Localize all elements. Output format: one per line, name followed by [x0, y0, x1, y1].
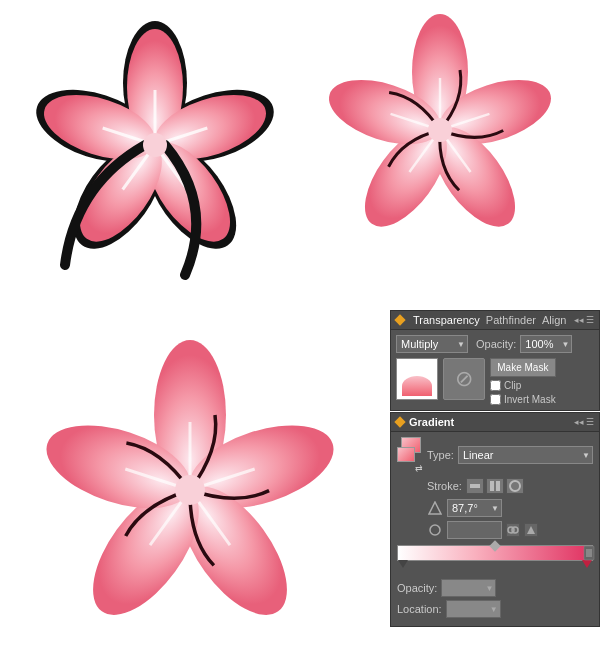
tab-transparency[interactable]: Transparency: [413, 314, 480, 326]
blend-mode-select-wrapper: Multiply: [396, 335, 468, 353]
blend-mode-select[interactable]: Multiply: [396, 335, 468, 353]
swatch-swap-arrows[interactable]: ⇄: [415, 463, 423, 473]
gradient-opacity-input[interactable]: [441, 579, 496, 597]
aspect-icon-box[interactable]: [524, 523, 538, 537]
svg-point-15: [143, 133, 167, 157]
gradient-panel: Gradient ◂◂ ☰ ⇄ Type: Linear: [390, 412, 600, 627]
gradient-stroke-row: Stroke:: [427, 478, 593, 494]
tab-align[interactable]: Align: [542, 314, 566, 326]
svg-marker-42: [429, 502, 441, 514]
gradient-opacity-input-wrapper: [441, 579, 496, 597]
svg-rect-39: [490, 481, 494, 491]
clip-label: Clip: [504, 380, 521, 391]
aspect-input[interactable]: [447, 521, 502, 539]
gradient-location-input-wrapper: [446, 600, 501, 618]
invert-mask-checkbox[interactable]: [490, 394, 501, 405]
stroke-label: Stroke:: [427, 480, 462, 492]
no-mask-symbol: ⊘: [443, 358, 485, 400]
gradient-aspect-row: [427, 521, 593, 539]
gradient-angle-row: [427, 499, 593, 517]
collapse-left-arrow[interactable]: ◂◂: [574, 315, 584, 325]
stroke-icon-3[interactable]: [506, 478, 524, 494]
svg-point-41: [510, 481, 520, 491]
link-icon-box[interactable]: [506, 523, 520, 537]
gradient-opacity-label: Opacity:: [397, 582, 437, 594]
svg-point-43: [430, 525, 440, 535]
gradient-opacity-row: Opacity:: [397, 579, 593, 597]
gradient-panel-title: Gradient: [409, 416, 454, 428]
panel-collapse-arrows[interactable]: ◂◂ ☰: [574, 315, 594, 325]
gradient-type-select[interactable]: Linear: [458, 446, 593, 464]
mask-row: ⊘ Make Mask Clip Invert Mask: [396, 358, 594, 405]
invert-mask-checkbox-row: Invert Mask: [490, 394, 556, 405]
transparency-panel-body: Multiply Opacity: ⊘ Make Mask: [391, 330, 599, 410]
stroke-icons-group: [466, 478, 524, 494]
opacity-input[interactable]: [520, 335, 572, 353]
blend-opacity-row: Multiply Opacity:: [396, 335, 594, 353]
svg-point-37: [175, 475, 205, 505]
type-label: Type:: [427, 449, 454, 461]
tab-pathfinder[interactable]: Pathfinder: [486, 314, 536, 326]
gradient-location-row: Location:: [397, 600, 593, 618]
angle-input-wrapper: [447, 499, 502, 517]
aspect-circle-icon: [427, 522, 443, 538]
svg-marker-46: [527, 526, 535, 534]
svg-point-45: [512, 527, 518, 533]
stroke-icon-1[interactable]: [466, 478, 484, 494]
transparency-panel: Transparency Pathfinder Align ◂◂ ☰ Multi…: [390, 310, 600, 411]
stroke-icon-2[interactable]: [486, 478, 504, 494]
gradient-panel-header: Gradient ◂◂ ☰: [391, 413, 599, 432]
svg-point-26: [428, 118, 452, 142]
gradient-midpoint[interactable]: [489, 540, 500, 551]
clip-checkbox[interactable]: [490, 380, 501, 391]
gradient-type-select-wrapper: Linear: [458, 446, 593, 464]
gradient-location-label: Location:: [397, 603, 442, 615]
invert-mask-label: Invert Mask: [504, 394, 556, 405]
gradient-swatch[interactable]: ⇄: [397, 437, 423, 473]
gradient-bar-container: [397, 545, 593, 561]
angle-triangle-icon: [427, 500, 443, 516]
panels-container: Transparency Pathfinder Align ◂◂ ☰ Multi…: [390, 310, 600, 627]
gradient-location-input[interactable]: [446, 600, 501, 618]
gradient-panel-body: ⇄ Type: Linear Stroke:: [391, 432, 599, 626]
gradient-diamond-icon: [394, 416, 405, 427]
angle-input[interactable]: [447, 499, 502, 517]
swatch-bottom-color: [397, 447, 415, 462]
make-mask-button[interactable]: Make Mask: [490, 358, 556, 377]
svg-rect-40: [496, 481, 500, 491]
gradient-bar[interactable]: [397, 545, 593, 561]
transparency-diamond-icon: [394, 314, 405, 325]
gradient-panel-arrows[interactable]: ◂◂ ☰: [574, 417, 594, 427]
gradient-type-row: ⇄ Type: Linear: [397, 437, 593, 473]
svg-rect-38: [470, 484, 480, 488]
gradient-menu-icon[interactable]: ☰: [586, 417, 594, 427]
mask-thumbnail: [396, 358, 438, 400]
mask-buttons-group: Make Mask Clip Invert Mask: [490, 358, 556, 405]
clip-checkbox-row: Clip: [490, 380, 556, 391]
panel-tabs: Transparency Pathfinder Align: [413, 314, 566, 326]
opacity-input-wrapper: [520, 335, 572, 353]
gradient-stops-space: [397, 567, 593, 579]
opacity-label: Opacity:: [476, 338, 516, 350]
panel-menu-icon[interactable]: ☰: [586, 315, 594, 325]
gradient-stop-left[interactable]: [398, 560, 408, 568]
transparency-panel-header: Transparency Pathfinder Align ◂◂ ☰: [391, 311, 599, 330]
delete-stop-button[interactable]: [583, 545, 595, 563]
gradient-collapse-arrow[interactable]: ◂◂: [574, 417, 584, 427]
